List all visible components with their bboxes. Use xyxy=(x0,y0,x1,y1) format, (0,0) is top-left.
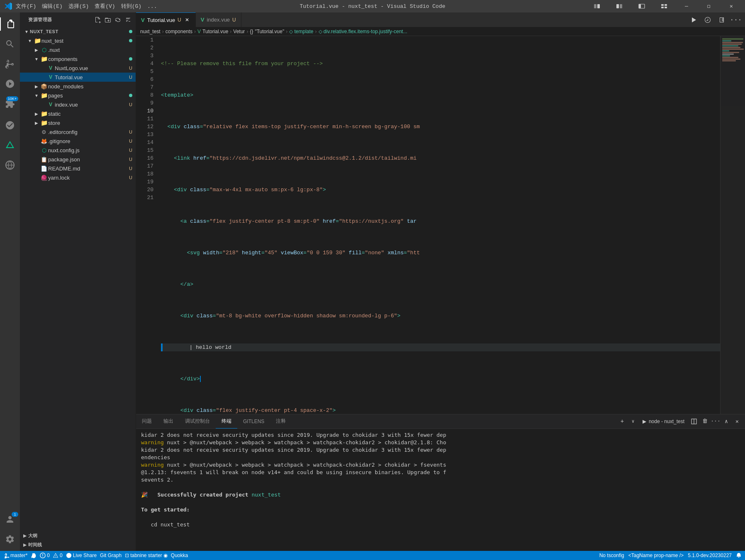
activity-account[interactable]: 1 xyxy=(0,509,20,529)
tree-item-nuxt-test[interactable]: ▼ 📁 nuxt_test xyxy=(20,36,136,45)
breadcrumb-object[interactable]: {} xyxy=(250,29,253,34)
tree-item-gitignore[interactable]: ▶ 🦊 .gitignore U xyxy=(20,136,136,146)
run-code-icon[interactable] xyxy=(688,14,699,26)
breadcrumb-components[interactable]: components xyxy=(166,29,192,34)
status-tag-name[interactable]: <TagName prop-name /> xyxy=(628,553,684,558)
indexvue-label: index.vue xyxy=(55,102,129,108)
tab-index[interactable]: V index.vue U xyxy=(196,12,241,27)
tree-item-components[interactable]: ▼ 📁 components xyxy=(20,54,136,63)
tree-item-tutorial[interactable]: ▶ V Tutorial.vue U xyxy=(20,73,136,82)
activity-remote[interactable] xyxy=(0,155,20,175)
tree-item-nuxtlogo[interactable]: ▶ V NuxtLogo.vue U xyxy=(20,63,136,73)
menu-select[interactable]: 选择(S) xyxy=(68,2,89,10)
menu-edit[interactable]: 编辑(E) xyxy=(42,2,62,10)
activity-run[interactable] xyxy=(0,74,20,94)
terminal-line-7: sevents 2. xyxy=(141,476,740,484)
status-tag-name-text: <TagName prop-name /> xyxy=(628,553,684,558)
status-live-share[interactable]: Live Share xyxy=(66,553,97,558)
activity-source-control[interactable] xyxy=(0,54,20,74)
split-editor-icon[interactable] xyxy=(716,14,728,26)
breadcrumb-vetur[interactable]: Vetur xyxy=(233,29,245,34)
panel-tab-comments[interactable]: 注释 xyxy=(270,414,292,429)
breadcrumb-sep-4: › xyxy=(246,29,248,34)
menu-more[interactable]: ... xyxy=(147,3,157,10)
activity-explorer[interactable] xyxy=(0,14,20,34)
kill-terminal-icon[interactable]: 🗑 xyxy=(700,417,709,426)
tree-item-editorconfig[interactable]: ▶ ⚙ .editorconfig U xyxy=(20,127,136,136)
refresh-icon[interactable] xyxy=(114,16,122,24)
activity-nuxt[interactable] xyxy=(0,135,20,155)
code-token: <svg xyxy=(187,249,200,257)
line-num-16: 16 xyxy=(136,154,153,162)
panel-close-icon[interactable]: ✕ xyxy=(733,417,742,426)
menu-goto[interactable]: 转到(G) xyxy=(121,2,141,10)
tree-item-node-modules[interactable]: ▶ 📦 node_modules xyxy=(20,82,136,91)
activity-settings[interactable] xyxy=(0,529,20,549)
split-view-icon[interactable] xyxy=(610,0,629,12)
cursor xyxy=(161,343,163,351)
code-content[interactable]: <!-- Please remove this file from your p… xyxy=(157,36,720,414)
panel-more-icon[interactable]: ··· xyxy=(711,417,720,426)
menu-file[interactable]: 文件(F) xyxy=(16,2,36,10)
status-errors[interactable]: 0 0 xyxy=(40,553,62,558)
breadcrumb-vue-icon[interactable]: V xyxy=(197,29,201,34)
layout-icon[interactable] xyxy=(587,0,606,12)
status-sync[interactable] xyxy=(31,553,37,558)
sidebar: 资源管理器 ▼ NUXT_TEST xyxy=(20,12,136,551)
tree-item-nuxtrc[interactable]: ▶ ⬡ .nuxt xyxy=(20,45,136,54)
title-bar-menu[interactable]: 文件(F) 编辑(E) 选择(S) 查看(V) 转到(G) ... xyxy=(16,2,157,10)
tree-item-packagejson[interactable]: ▶ 📋 package.json U xyxy=(20,155,136,164)
panel-tab-output[interactable]: 输出 xyxy=(158,414,179,429)
status-tsconfig[interactable]: No tsconfig xyxy=(599,553,624,558)
breadcrumb-div[interactable]: ◇ div.relative.flex.items-top.justify-ce… xyxy=(319,29,407,34)
terminal-content[interactable]: kidar 2 does not receive security update… xyxy=(136,429,745,551)
status-version[interactable]: 5.1.0-dev.20230227 xyxy=(688,553,732,558)
tree-item-nuxtconfig[interactable]: ▶ ⬡ nuxt.config.js U xyxy=(20,146,136,155)
menu-view[interactable]: 查看(V) xyxy=(95,2,115,10)
collapse-icon[interactable] xyxy=(124,16,131,24)
panel-tab-debug-console[interactable]: 调试控制台 xyxy=(179,414,216,429)
restore-button[interactable]: ◻ xyxy=(699,0,718,12)
code-line-7: <svg width="218" height="45" viewBox="0 … xyxy=(161,249,720,257)
more-actions-icon[interactable]: ··· xyxy=(730,14,742,26)
tree-item-static[interactable]: ▶ 📁 static xyxy=(20,109,136,118)
status-tabnine[interactable]: ⊡ tabnine starter ◉ xyxy=(125,553,168,558)
breadcrumb-tutorial-vue-2[interactable]: "Tutorial.vue" xyxy=(255,29,284,34)
new-folder-icon[interactable] xyxy=(104,16,112,24)
outline-toggle[interactable]: ▶ 大纲 xyxy=(20,531,136,540)
tree-item-yarnlock[interactable]: ▶ 🧶 yarn.lock U xyxy=(20,173,136,182)
customize-layout-icon[interactable] xyxy=(655,0,674,12)
tab-tutorial[interactable]: V Tutorial.vue U ✕ xyxy=(136,12,196,27)
breadcrumb-nuxt-test[interactable]: nuxt_test xyxy=(140,29,161,34)
close-button[interactable]: ✕ xyxy=(722,0,741,12)
new-file-icon[interactable] xyxy=(94,16,102,24)
activity-extensions[interactable]: 10K+ xyxy=(0,94,20,114)
tree-item-store[interactable]: ▶ 📁 store xyxy=(20,118,136,127)
code-token xyxy=(161,312,180,320)
tree-item-readme[interactable]: ▶ 📄 README.md U xyxy=(20,164,136,173)
activity-git[interactable] xyxy=(0,115,20,135)
tree-item-pages[interactable]: ▼ 📁 pages xyxy=(20,91,136,100)
tree-item-indexvue[interactable]: ▶ V index.vue U xyxy=(20,100,136,109)
activity-search[interactable] xyxy=(0,34,20,54)
timeline-toggle[interactable]: ▶ 时间线 xyxy=(20,540,136,549)
indexvue-badge: U xyxy=(129,102,132,107)
status-git-graph[interactable]: Git Graph xyxy=(100,553,122,558)
minimize-button[interactable]: ─ xyxy=(677,0,696,12)
status-notifications[interactable] xyxy=(736,553,742,558)
sidebar-toggle-icon[interactable] xyxy=(632,0,651,12)
tree-root-label: NUXT_TEST xyxy=(30,29,58,34)
status-quokka[interactable]: Quokka xyxy=(171,553,188,558)
panel-tab-terminal[interactable]: 终端 xyxy=(216,414,237,429)
tab-tutorial-close[interactable]: ✕ xyxy=(184,17,190,23)
add-terminal-icon[interactable]: + xyxy=(618,417,627,426)
panel-tab-gitlens[interactable]: GITLENS xyxy=(237,414,270,429)
panel-tab-problems[interactable]: 问题 xyxy=(136,414,158,429)
open-changes-icon[interactable] xyxy=(702,14,713,26)
breadcrumb-template[interactable]: ◇ template xyxy=(289,29,313,34)
split-terminal-icon[interactable] xyxy=(689,417,699,426)
panel-scroll-up-icon[interactable]: ∧ xyxy=(722,417,731,426)
status-git-branch[interactable]: master* xyxy=(3,553,27,558)
chevron-down-icon[interactable]: ∨ xyxy=(628,417,638,426)
breadcrumb-tutorial-vue[interactable]: Tutorial.vue xyxy=(202,29,228,34)
